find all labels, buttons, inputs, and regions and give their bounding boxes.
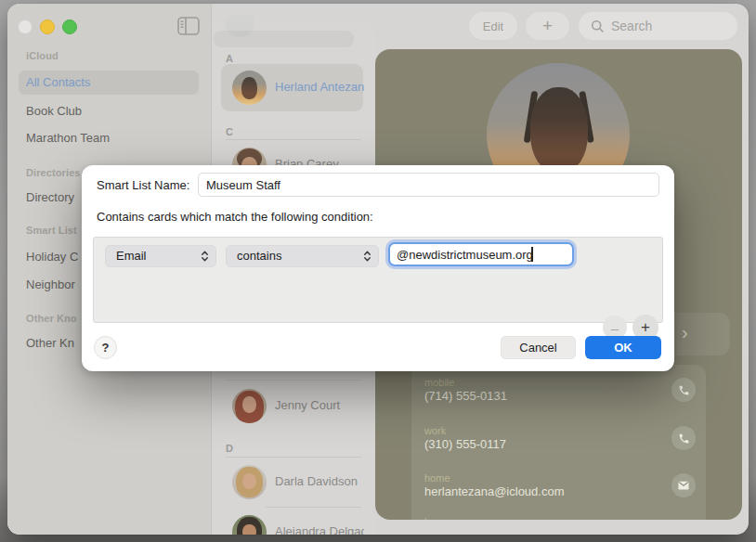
zoom-window-icon[interactable] <box>62 19 77 34</box>
minimize-window-icon[interactable] <box>40 19 55 34</box>
condition-operator-value: contains <box>237 249 281 263</box>
condition-field-value: Email <box>116 249 147 263</box>
sidebar-item-other[interactable]: Other Kn <box>26 336 74 350</box>
condition-operator-popup[interactable]: contains <box>226 245 379 267</box>
close-window-icon[interactable] <box>18 19 33 34</box>
smart-list-dialog: Smart List Name: Museum Staff Contains c… <box>82 165 674 371</box>
field-label: home <box>424 516 450 520</box>
list-divider <box>226 457 361 458</box>
sidebar-section-icloud: iCloud <box>26 50 59 61</box>
sidebar-item-marathon-team[interactable]: Marathon Team <box>26 131 110 145</box>
contact-name: Alejandra Delgado <box>275 524 364 535</box>
sidebar-section-directories: Directories <box>26 167 81 178</box>
text-cursor <box>531 247 533 262</box>
sidebar-item-label: All Contacts <box>26 75 90 89</box>
chevron-updown-icon <box>201 250 209 263</box>
sidebar-section-other: Other Kno <box>26 313 77 324</box>
minus-icon: – <box>611 320 619 336</box>
field-label: work <box>424 425 446 436</box>
group-letter: C <box>226 126 233 137</box>
condition-value-text: @newdistrictmuseum.org <box>397 248 533 262</box>
contact-row-jenny[interactable]: Jenny Court <box>221 382 363 430</box>
sidebar-item-neighbor[interactable]: Neighbor <box>26 277 75 291</box>
contact-row-darla[interactable]: Darla Davidson <box>221 458 363 506</box>
contact-name: Darla Davidson <box>275 474 364 488</box>
search-icon <box>591 19 605 33</box>
smart-list-name-label: Smart List Name: <box>97 178 189 192</box>
group-letter: A <box>226 53 233 64</box>
group-letter: D <box>226 443 233 454</box>
plus-icon: + <box>542 16 553 36</box>
partial-scrolled-row <box>214 31 354 47</box>
field-value: (310) 555-0117 <box>424 437 506 451</box>
condition-field-popup[interactable]: Email <box>105 245 216 267</box>
field-value: (714) 555-0131 <box>424 389 507 403</box>
list-divider <box>266 507 361 508</box>
edit-button-label: Edit <box>483 19 503 33</box>
ok-button[interactable]: OK <box>585 336 661 359</box>
phone-icon[interactable] <box>671 378 696 402</box>
mail-icon[interactable] <box>671 473 696 497</box>
ok-button-label: OK <box>614 341 632 355</box>
contact-name: Jenny Court <box>275 398 364 412</box>
condition-value-input[interactable]: @newdistrictmuseum.org <box>388 242 574 266</box>
question-mark-icon: ? <box>102 341 110 355</box>
list-divider <box>226 380 361 381</box>
phone-icon[interactable] <box>671 426 696 450</box>
sidebar-section-smart-lists: Smart List <box>26 225 77 236</box>
chevron-right-icon[interactable]: › <box>682 322 688 343</box>
condition-group-box: Email contains @newdistrictmuseum.org <box>93 237 663 323</box>
chevron-updown-icon <box>363 250 371 263</box>
contact-row-herland[interactable]: Herland Antezana <box>221 64 363 111</box>
avatar <box>232 389 267 423</box>
search-input[interactable]: Search <box>579 12 737 40</box>
smart-list-name-field[interactable]: Museum Staff <box>198 173 659 197</box>
contact-row-alejandra[interactable]: Alejandra Delgado <box>221 509 363 535</box>
sidebar-item-book-club[interactable]: Book Club <box>26 104 82 118</box>
cancel-button-label: Cancel <box>519 341 556 355</box>
contact-name: Herland Antezana <box>275 80 364 94</box>
field-label: mobile <box>424 377 454 388</box>
help-button[interactable]: ? <box>94 336 117 359</box>
avatar <box>232 515 267 535</box>
field-value: herlantezana@icloud.com <box>424 484 565 498</box>
avatar <box>232 71 267 105</box>
add-contact-button[interactable]: + <box>526 12 569 40</box>
avatar <box>232 465 267 499</box>
sidebar-toggle-icon[interactable] <box>177 17 200 35</box>
field-label: home <box>424 472 450 484</box>
cancel-button[interactable]: Cancel <box>501 336 576 359</box>
smart-list-name-value: Museum Staff <box>206 178 280 192</box>
condition-intro-text: Contains cards which match the following… <box>97 210 373 224</box>
desktop-background: iCloud All Contacts Book Club Marathon T… <box>0 0 756 542</box>
search-placeholder: Search <box>611 19 652 33</box>
sidebar-item-holiday[interactable]: Holiday C <box>26 250 78 264</box>
edit-button[interactable]: Edit <box>469 12 517 40</box>
sidebar-item-all-contacts[interactable]: All Contacts <box>19 71 199 95</box>
list-divider <box>226 139 361 140</box>
sidebar-item-directory[interactable]: Directory <box>26 190 74 204</box>
plus-icon: + <box>641 318 650 337</box>
